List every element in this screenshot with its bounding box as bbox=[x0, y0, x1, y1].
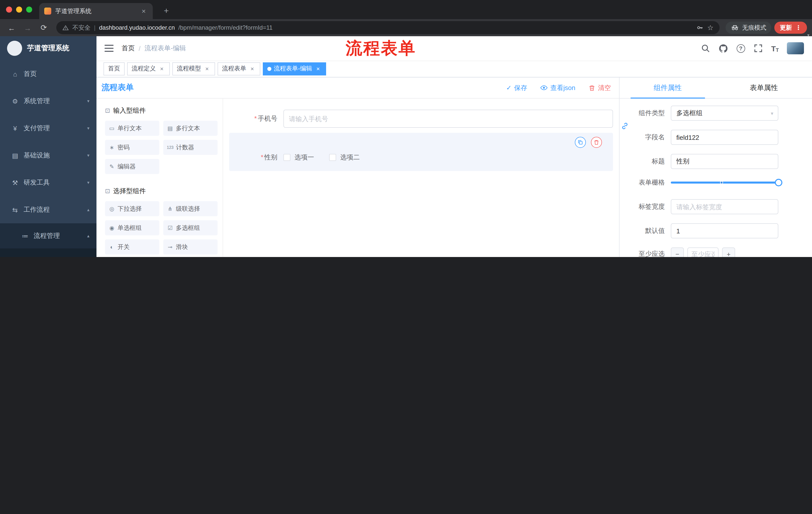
sidebar-item-infrastructure[interactable]: ▤ 基础设施 ▾ bbox=[0, 142, 96, 169]
component-chip-cascader[interactable]: ⋔级联选择 bbox=[163, 201, 218, 216]
title-input[interactable] bbox=[671, 154, 778, 169]
gender-option1-checkbox[interactable] bbox=[283, 154, 290, 161]
tab-component-properties[interactable]: 组件属性 bbox=[619, 77, 716, 98]
chevron-down-icon: ▾ bbox=[87, 126, 89, 131]
user-avatar[interactable] bbox=[787, 42, 804, 54]
view-json-button[interactable]: 查看json bbox=[540, 83, 575, 92]
breadcrumb-home[interactable]: 首页 bbox=[122, 44, 135, 53]
increase-button[interactable]: + bbox=[722, 247, 735, 257]
bookmark-star-icon[interactable]: ☆ bbox=[707, 24, 714, 32]
component-chip-switch[interactable]: ◐开关 bbox=[105, 239, 159, 254]
default-value-input[interactable] bbox=[671, 223, 778, 238]
url-divider: | bbox=[94, 24, 95, 31]
form-grid-slider[interactable] bbox=[671, 182, 778, 184]
reload-button[interactable]: ⟳ bbox=[37, 21, 50, 34]
security-label: 不安全 bbox=[72, 23, 90, 32]
component-chip-checkbox-group[interactable]: ☑多选框组 bbox=[163, 220, 218, 235]
clear-button[interactable]: 清空 bbox=[588, 83, 611, 92]
gender-option1-label[interactable]: 选项一 bbox=[294, 153, 314, 162]
tab-close-icon[interactable]: × bbox=[140, 7, 148, 15]
minimize-window-button[interactable] bbox=[16, 6, 22, 12]
back-button[interactable]: ← bbox=[5, 21, 18, 34]
sidebar-item-label: 研发工具 bbox=[24, 178, 50, 187]
field-name-input[interactable] bbox=[671, 130, 778, 145]
sidebar-item-system-management[interactable]: ⚙ 系统管理 ▾ bbox=[0, 87, 96, 115]
chevron-down-icon: ▾ bbox=[87, 99, 89, 104]
browser-update-button[interactable]: 更新 ⋮ bbox=[774, 22, 807, 34]
url-host: dashboard.yudao.iocoder.cn bbox=[99, 24, 175, 31]
tag-label: 流程表单-编辑 bbox=[274, 64, 312, 73]
search-icon[interactable] bbox=[700, 43, 710, 53]
sidebar-item-label: 支付管理 bbox=[24, 124, 50, 133]
yen-icon: ¥ bbox=[11, 125, 19, 132]
sidebar-item-process-form[interactable]: ▤ 流程表单 bbox=[0, 248, 96, 257]
browser-tabstrip: 芋道管理系统 × + bbox=[0, 0, 812, 19]
forward-button[interactable]: → bbox=[21, 21, 34, 34]
incognito-icon bbox=[731, 25, 739, 31]
hamburger-icon[interactable] bbox=[105, 45, 114, 52]
textarea-icon: ▤ bbox=[167, 125, 173, 132]
component-chip-multi-line-text[interactable]: ▤多行文本 bbox=[163, 121, 218, 136]
tag-process-definition[interactable]: 流程定义 × bbox=[127, 62, 170, 75]
label-width-input[interactable] bbox=[671, 199, 778, 214]
delete-component-button[interactable] bbox=[591, 137, 602, 148]
tag-process-form-edit[interactable]: 流程表单-编辑 × bbox=[263, 62, 326, 75]
close-window-button[interactable] bbox=[6, 6, 12, 12]
tag-process-model[interactable]: 流程模型 × bbox=[172, 62, 215, 75]
password-key-icon[interactable] bbox=[697, 24, 704, 31]
component-chip-single-line-text[interactable]: ▭单行文本 bbox=[105, 121, 159, 136]
tab-form-properties[interactable]: 表单属性 bbox=[716, 77, 812, 98]
component-chip-slider[interactable]: ⊸滑块 bbox=[163, 239, 218, 254]
component-type-select[interactable]: 多选框组 ▾ bbox=[671, 106, 778, 121]
save-button[interactable]: ✓ 保存 bbox=[506, 83, 527, 92]
decrease-button[interactable]: − bbox=[671, 247, 684, 257]
label-width-label: 标签宽度 bbox=[621, 202, 665, 211]
tag-label: 流程模型 bbox=[177, 64, 201, 73]
browser-tab[interactable]: 芋道管理系统 × bbox=[39, 3, 153, 19]
sidebar-item-home[interactable]: ⌂ 首页 bbox=[0, 60, 96, 87]
url-bar[interactable]: 不安全 | dashboard.yudao.iocoder.cn/bpm/man… bbox=[56, 21, 720, 34]
tag-close-icon[interactable]: × bbox=[203, 65, 210, 72]
fullscreen-icon[interactable] bbox=[753, 43, 763, 53]
min-select-stepper: − + bbox=[671, 247, 735, 257]
canvas-gender-field-selected[interactable]: *性别 选项一 选项二 bbox=[229, 133, 613, 171]
canvas-phone-field[interactable]: *手机号 bbox=[229, 110, 613, 128]
checkbox-icon: ☑ bbox=[167, 224, 173, 231]
min-select-input[interactable] bbox=[687, 247, 719, 257]
tag-close-icon[interactable]: × bbox=[249, 65, 256, 72]
sidebar-item-dev-tools[interactable]: ⚒ 研发工具 ▾ bbox=[0, 169, 96, 196]
tag-close-icon[interactable]: × bbox=[158, 65, 165, 72]
sidebar-item-payment-management[interactable]: ¥ 支付管理 ▾ bbox=[0, 115, 96, 142]
copy-component-button[interactable] bbox=[575, 137, 586, 148]
radio-icon: ◉ bbox=[109, 224, 115, 231]
component-chip-counter[interactable]: 123计数器 bbox=[163, 140, 218, 155]
zoom-window-button[interactable] bbox=[26, 6, 32, 12]
tag-label: 流程表单 bbox=[222, 64, 246, 73]
slider-handle[interactable] bbox=[775, 179, 782, 186]
select-circle-icon: ◎ bbox=[109, 206, 115, 212]
tag-close-icon[interactable]: × bbox=[315, 65, 322, 72]
github-icon[interactable] bbox=[718, 43, 728, 53]
app-logo: 芋道管理系统 bbox=[0, 36, 96, 60]
new-tab-button[interactable]: + bbox=[160, 4, 173, 18]
component-chip-editor[interactable]: ✎编辑器 bbox=[105, 159, 159, 174]
chevron-down-icon: ▾ bbox=[87, 180, 89, 185]
sidebar-item-process-management[interactable]: ≔ 流程管理 ▴ bbox=[0, 223, 96, 248]
tag-home[interactable]: 首页 bbox=[104, 62, 125, 75]
gender-option2-checkbox[interactable] bbox=[329, 154, 336, 161]
phone-input[interactable] bbox=[283, 110, 613, 128]
sidebar-item-workflow[interactable]: ⇆ 工作流程 ▴ bbox=[0, 196, 96, 223]
gender-option2-label[interactable]: 选项二 bbox=[340, 153, 360, 162]
link-icon[interactable] bbox=[620, 122, 629, 132]
help-icon[interactable]: ? bbox=[736, 44, 745, 53]
component-chip-radio-group[interactable]: ◉单选框组 bbox=[105, 220, 159, 235]
phone-label: *手机号 bbox=[229, 114, 278, 123]
properties-tabs: 组件属性 表单属性 bbox=[619, 77, 812, 99]
workspace: 流程表单 ✓ 保存 bbox=[96, 77, 812, 257]
component-type-label: 组件类型 bbox=[621, 109, 665, 118]
component-chip-dropdown[interactable]: ◎下拉选择 bbox=[105, 201, 159, 216]
tag-process-form[interactable]: 流程表单 × bbox=[218, 62, 260, 75]
browser-menu-icon[interactable]: ⋮ bbox=[795, 24, 802, 31]
component-chip-password[interactable]: ∗密码 bbox=[105, 140, 159, 155]
font-size-icon[interactable]: TT bbox=[771, 44, 779, 53]
